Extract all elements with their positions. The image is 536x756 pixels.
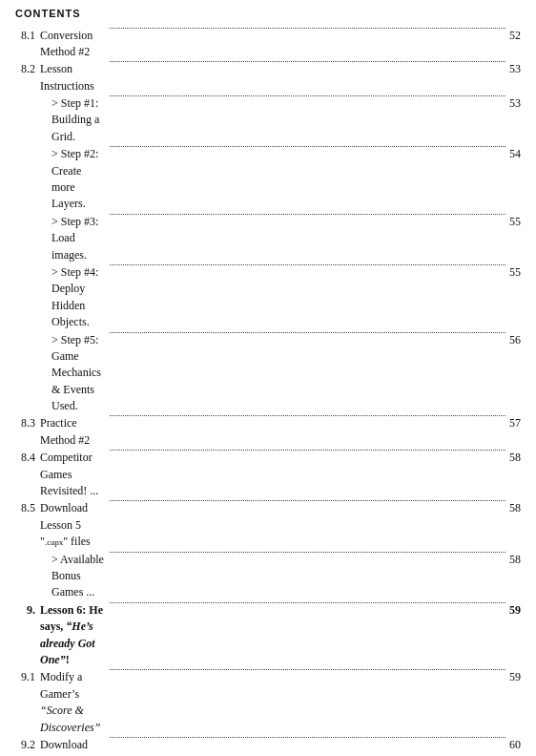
toc-row: > Step #5: Game Mechanics & Events Used.… xyxy=(15,331,521,415)
entry-title: > Step #3: Load images. xyxy=(40,213,108,263)
entry-number xyxy=(15,213,40,263)
entry-title: > Step #2: Create more Layers. xyxy=(40,146,108,214)
entry-dots xyxy=(108,146,507,214)
entry-page: 58 xyxy=(507,450,521,500)
entry-dots xyxy=(108,669,507,737)
toc-row: 9.1Modify a Gamer’s “Score & Discoveries… xyxy=(15,669,521,737)
entry-page: 56 xyxy=(507,331,521,415)
toc-row: 8.1Conversion Method #252 xyxy=(15,27,521,61)
entry-number xyxy=(15,146,40,214)
entry-page: 53 xyxy=(507,95,521,146)
entry-dots xyxy=(108,415,507,450)
entry-dots xyxy=(108,263,507,331)
entry-dots xyxy=(108,551,507,601)
contents-header: CONTENTS xyxy=(15,8,521,19)
toc-row: 9.Lesson 6: He says, “He’s already Got O… xyxy=(15,601,521,669)
toc-row: > Step #3: Load images.55 xyxy=(15,213,521,263)
entry-dots xyxy=(108,213,507,263)
entry-page: 52 xyxy=(507,27,521,61)
toc-row: 9.2Download Lesson 6 ".capx" files60 xyxy=(15,736,521,756)
toc-row: > Available Bonus Games ...58 xyxy=(15,551,521,601)
entry-dots xyxy=(108,95,507,146)
entry-title: Practice Method #2 xyxy=(40,415,108,450)
entry-dots xyxy=(108,450,507,500)
entry-page: 57 xyxy=(507,415,521,450)
entry-number: 9.1 xyxy=(15,669,40,737)
entry-title: Conversion Method #2 xyxy=(40,27,108,61)
entry-dots xyxy=(108,331,507,415)
entry-title: Modify a Gamer’s “Score & Discoveries” xyxy=(40,669,108,737)
entry-number xyxy=(15,95,40,146)
toc-row: 8.5Download Lesson 5 ".capx" files58 xyxy=(15,500,521,551)
toc-row: > Step #4: Deploy Hidden Objects.55 xyxy=(15,263,521,331)
entry-dots xyxy=(108,61,507,95)
entry-page: 55 xyxy=(507,263,521,331)
entry-dots xyxy=(108,736,507,756)
entry-page: 55 xyxy=(507,213,521,263)
toc-container: 8.1Conversion Method #2528.2Lesson Instr… xyxy=(15,27,521,756)
entry-dots xyxy=(108,27,507,61)
toc-row: 8.4Competitor Games Revisited! ...58 xyxy=(15,450,521,500)
entry-number: 9.2 xyxy=(15,736,40,756)
entry-page: 59 xyxy=(507,601,521,669)
entry-dots xyxy=(108,500,507,551)
entry-number: 9. xyxy=(15,601,40,669)
toc-row: 8.2Lesson Instructions53 xyxy=(15,61,521,95)
entry-page: 58 xyxy=(507,551,521,601)
entry-title: Lesson 6: He says, “He’s already Got One… xyxy=(40,601,108,669)
toc-row: > Step #2: Create more Layers.54 xyxy=(15,146,521,214)
entry-title: Download Lesson 6 ".capx" files xyxy=(40,736,108,756)
entry-page: 53 xyxy=(507,61,521,95)
entry-page: 58 xyxy=(507,500,521,551)
entry-title: > Step #4: Deploy Hidden Objects. xyxy=(40,263,108,331)
entry-page: 54 xyxy=(507,146,521,214)
entry-title: > Step #1: Building a Grid. xyxy=(40,95,108,146)
entry-title: > Available Bonus Games ... xyxy=(40,551,108,601)
entry-dots xyxy=(108,601,507,669)
toc-row: 8.3Practice Method #257 xyxy=(15,415,521,450)
toc-table: 8.1Conversion Method #2528.2Lesson Instr… xyxy=(15,27,521,756)
entry-number xyxy=(15,263,40,331)
entry-title: Competitor Games Revisited! ... xyxy=(40,450,108,500)
toc-row: > Step #1: Building a Grid.53 xyxy=(15,95,521,146)
entry-page: 60 xyxy=(507,736,521,756)
entry-number: 8.1 xyxy=(15,27,40,61)
entry-page: 59 xyxy=(507,669,521,737)
entry-number xyxy=(15,331,40,415)
entry-number: 8.3 xyxy=(15,415,40,450)
entry-number: 8.4 xyxy=(15,450,40,500)
entry-title: > Step #5: Game Mechanics & Events Used. xyxy=(40,331,108,415)
entry-number xyxy=(15,551,40,601)
entry-title: Lesson Instructions xyxy=(40,61,108,95)
entry-title: Download Lesson 5 ".capx" files xyxy=(40,500,108,551)
entry-number: 8.5 xyxy=(15,500,40,551)
entry-number: 8.2 xyxy=(15,61,40,95)
